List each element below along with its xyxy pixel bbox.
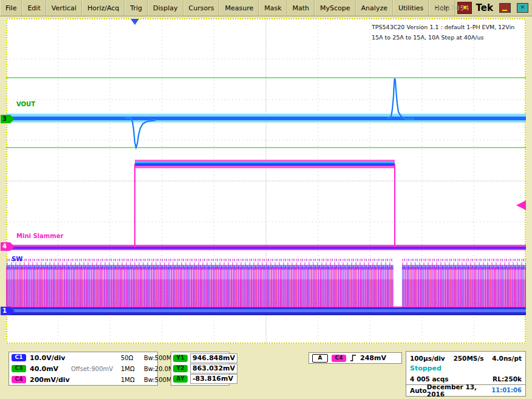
menu-mask[interactable]: Mask bbox=[259, 0, 287, 16]
y1-badge[interactable]: Y1 bbox=[173, 355, 188, 362]
ch1-bandwidth: Bw:500M bbox=[144, 355, 172, 361]
sw-trace bbox=[6, 256, 526, 315]
cursor-dy-row: ΔY -83.816mV bbox=[173, 374, 237, 384]
acq-count-row: 4 005 acqs RL:250k bbox=[410, 373, 522, 384]
record-length: RL:250k bbox=[493, 375, 522, 383]
ch4-scale: 200mV/div bbox=[30, 376, 67, 384]
ch3-readout-row[interactable]: C3 40.0mV Offset:900mV 1MΩ Bw:20.0M bbox=[9, 363, 176, 374]
ch3-impedance: 1MΩ bbox=[121, 366, 140, 372]
acq-status: Stopped bbox=[410, 364, 442, 372]
menu-cursors-label: Cursors bbox=[189, 4, 214, 12]
menu-analyze-label: Analyze bbox=[361, 4, 387, 12]
menu-measure[interactable]: Measure bbox=[219, 0, 259, 16]
acq-status-row: Stopped bbox=[410, 363, 522, 373]
ch4-trace-high bbox=[135, 160, 395, 247]
sample-rate: 250MS/s bbox=[453, 355, 483, 362]
menu-cursors[interactable]: Cursors bbox=[183, 0, 220, 16]
rising-edge-icon bbox=[350, 354, 356, 362]
menu-file-label: File bbox=[5, 4, 16, 12]
cursor-y1-row: Y1 946.848mV bbox=[173, 353, 237, 363]
trigger-source-badge[interactable]: C4 bbox=[332, 355, 346, 362]
acq-count: 4 005 acqs bbox=[410, 375, 449, 383]
waveform-display bbox=[6, 18, 526, 344]
menu-myscope[interactable]: MyScope bbox=[315, 0, 356, 16]
oscilloscope-screen: File Edit Vertical Horiz/Acq Trig Displa… bbox=[0, 0, 532, 399]
menu-bar: File Edit Vertical Horiz/Acq Trig Displa… bbox=[0, 0, 532, 16]
cursor-readout-box: Y1 946.848mV Y2 863.032mV ΔY -83.816mV bbox=[171, 352, 230, 386]
ch3-offset: Offset:900mV bbox=[71, 366, 117, 372]
menu-edit[interactable]: Edit bbox=[22, 0, 46, 16]
titlebar-right: DPO7054 Tek ✕ bbox=[434, 0, 528, 16]
ch3-badge[interactable]: C3 bbox=[12, 365, 26, 372]
vout-label: VOUT bbox=[16, 101, 35, 107]
ch4-badge[interactable]: C4 bbox=[12, 376, 26, 383]
close-button[interactable]: ✕ bbox=[517, 3, 528, 13]
menu-horiz-acq[interactable]: Horiz/Acq bbox=[82, 0, 124, 16]
menu-edit-label: Edit bbox=[27, 4, 40, 12]
menu-vertical[interactable]: Vertical bbox=[46, 0, 82, 16]
menu-file[interactable]: File bbox=[0, 0, 22, 16]
ch1-readout-row[interactable]: C1 10.0V/div 50Ω Bw:500M bbox=[9, 352, 176, 363]
menu-horiz-acq-label: Horiz/Acq bbox=[87, 4, 119, 12]
y1-value: 946.848mV bbox=[190, 353, 237, 363]
sw-label: SW bbox=[12, 256, 22, 262]
menu-utilities[interactable]: Utilities bbox=[393, 0, 429, 16]
menu-math-label: Math bbox=[293, 4, 310, 12]
tek-logo: Tek bbox=[476, 2, 493, 13]
datetime-row: Auto December 13, 2016 11:01:06 bbox=[410, 385, 522, 395]
menu-display-label: Display bbox=[153, 4, 178, 12]
cursor-y2-row: Y2 863.032mV bbox=[173, 363, 237, 373]
trigger-level-arrow[interactable] bbox=[516, 200, 526, 210]
annotation-line2: 15A to 25A to 15A, 10A Step at 40A/us bbox=[372, 32, 527, 43]
menu-trig-label: Trig bbox=[130, 4, 142, 12]
y2-value: 863.032mV bbox=[190, 364, 237, 373]
waveform-svg bbox=[6, 18, 526, 344]
menu-trig[interactable]: Trig bbox=[124, 0, 148, 16]
menu-display[interactable]: Display bbox=[148, 0, 183, 16]
sw-gap bbox=[394, 256, 402, 307]
menu-vertical-label: Vertical bbox=[52, 4, 77, 12]
close-icon: ✕ bbox=[520, 4, 525, 10]
timebase-row: 100µs/div 250MS/s 4.0ns/pt bbox=[410, 353, 522, 363]
ch3-bandwidth: Bw:20.0M bbox=[144, 366, 174, 372]
menu-analyze[interactable]: Analyze bbox=[356, 0, 393, 16]
trigger-readout-box[interactable]: A C4 248mV bbox=[309, 352, 402, 364]
dy-value: -83.816mV bbox=[190, 374, 237, 384]
menu-measure-label: Measure bbox=[225, 4, 253, 12]
ch4-impedance: 1MΩ bbox=[121, 377, 140, 383]
trigger-position-marker[interactable] bbox=[131, 19, 139, 25]
ch4-bandwidth: Bw:500M bbox=[144, 377, 172, 383]
ch1-impedance: 50Ω bbox=[121, 355, 140, 361]
channel-readout-box: C1 10.0V/div 50Ω Bw:500M C3 40.0mV Offse… bbox=[9, 352, 158, 386]
annotation-line1: TPS543C20 Version 1.1 : default 1-PH EVM… bbox=[372, 22, 527, 32]
model-number: DPO7054 bbox=[434, 4, 470, 12]
menu-mask-label: Mask bbox=[264, 4, 281, 12]
menu-utilities-label: Utilities bbox=[398, 4, 423, 12]
time-value: 11:01:06 bbox=[491, 387, 522, 394]
horizontal-acq-box: 100µs/div 250MS/s 4.0ns/pt Stopped 4 005… bbox=[406, 351, 526, 397]
ch1-badge[interactable]: C1 bbox=[12, 354, 26, 361]
minimize-button[interactable] bbox=[499, 3, 511, 13]
trigger-mode-badge[interactable]: A bbox=[312, 354, 328, 363]
menu-myscope-label: MyScope bbox=[320, 4, 350, 12]
y2-badge[interactable]: Y2 bbox=[173, 365, 188, 372]
ch4-trace-low bbox=[6, 245, 526, 250]
trigger-mode: Auto bbox=[410, 387, 427, 394]
date-value: December 13, 2016 bbox=[427, 383, 491, 398]
ch3-scale: 40.0mV bbox=[30, 365, 67, 373]
trigger-level-value: 248mV bbox=[360, 354, 386, 362]
ch1-scale: 10.0V/div bbox=[30, 354, 67, 362]
annotation-text: TPS543C20 Version 1.1 : default 1-PH EVM… bbox=[372, 22, 527, 43]
dy-badge[interactable]: ΔY bbox=[173, 375, 188, 383]
mini-slammer-label: Mini Slammer bbox=[16, 233, 63, 239]
sample-resolution: 4.0ns/pt bbox=[492, 355, 522, 362]
menu-math[interactable]: Math bbox=[287, 0, 315, 16]
timebase-value: 100µs/div bbox=[410, 355, 445, 362]
ch4-readout-row[interactable]: C4 200mV/div 1MΩ Bw:500M bbox=[9, 374, 176, 385]
